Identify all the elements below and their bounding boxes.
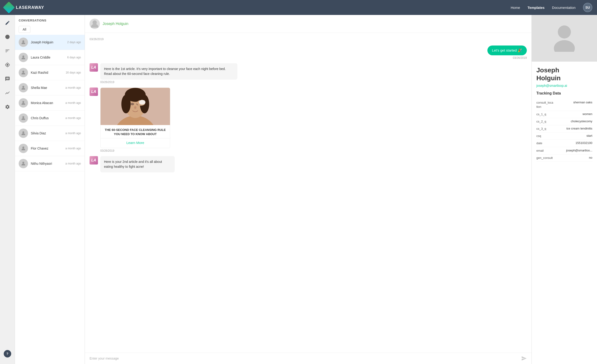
article-card-title: THE 60-SECOND FACE CLEANSING RULE YOU NE…: [101, 125, 170, 138]
tracking-row: csq start: [536, 133, 592, 140]
avatar: [19, 38, 28, 47]
conversations-header: CONVERSATIONS: [15, 15, 85, 24]
conversations-list: Joseph Holguin 2 days ago Laura Criddle …: [15, 35, 85, 364]
logo-icon: [3, 2, 15, 14]
avatar: [19, 113, 28, 123]
outgoing-message: Let's get started 🎉 03/26/2019: [90, 46, 527, 60]
sidebar-settings-icon[interactable]: [3, 103, 12, 111]
nav-home[interactable]: Home: [511, 6, 520, 9]
sidebar-chat-icon[interactable]: [3, 75, 12, 83]
svg-point-4: [22, 101, 24, 103]
svg-point-1: [22, 55, 24, 57]
tracking-row: email joseph@smartloo...: [536, 147, 592, 154]
conversation-item[interactable]: Chris Duffus a month ago: [15, 111, 85, 126]
avatar: [19, 68, 28, 77]
sidebar-list-icon[interactable]: [3, 47, 12, 55]
sidebar-target-icon[interactable]: [3, 33, 12, 41]
svg-point-26: [554, 40, 575, 52]
chat-contact-avatar: [90, 19, 100, 29]
sidebar-compose-icon[interactable]: [3, 19, 12, 27]
user-avatar[interactable]: SU: [583, 3, 592, 12]
avatar: [19, 83, 28, 92]
chat-input[interactable]: [90, 356, 518, 360]
conversations-panel: CONVERSATIONS All Joseph Holguin 2 days …: [15, 15, 85, 364]
conversation-item[interactable]: Nithu Nithyasri a month ago: [15, 156, 85, 171]
avatar: [19, 98, 28, 108]
article-card: THE 60-SECOND FACE CLEANSING RULE YOU NE…: [100, 87, 170, 148]
chat-header: Joseph Holguin: [85, 15, 532, 33]
conversation-time: a month ago: [65, 116, 81, 120]
filter-all-button[interactable]: All: [19, 26, 30, 33]
svg-point-17: [130, 103, 134, 105]
conversation-name: Joseph Holguin: [31, 40, 53, 44]
article-learn-more-link[interactable]: Learn More: [101, 138, 170, 148]
svg-point-15: [121, 95, 131, 113]
article-card-image: [101, 88, 170, 125]
svg-point-25: [558, 25, 571, 39]
conversation-name: Monica Abacan: [31, 101, 53, 105]
chat-input-area: [85, 353, 532, 364]
svg-point-19: [134, 106, 136, 109]
conversation-item[interactable]: Laura Criddle 6 days ago: [15, 50, 85, 65]
svg-point-6: [22, 131, 24, 133]
profile-name: Joseph Holguin: [536, 66, 592, 82]
conversation-name: Shella Mae: [31, 86, 47, 90]
tracking-title: Tracking Data: [536, 91, 592, 95]
conversation-item[interactable]: Joseph Holguin 2 days ago: [15, 35, 85, 50]
date-label: 03/26/2019: [90, 37, 527, 42]
tracking-row: consult_location sherman oaks: [536, 99, 592, 111]
conversation-time: a month ago: [65, 162, 81, 165]
icon-sidebar: ?: [0, 15, 15, 364]
bot-avatar: LA: [90, 63, 98, 72]
svg-point-3: [22, 86, 24, 88]
nav-brand: LASERAWAY: [5, 3, 44, 12]
message-bubble: Here is your 2nd article and it's all ab…: [100, 156, 175, 173]
conversations-filter: All: [15, 24, 85, 35]
sidebar-analytics-icon[interactable]: [3, 89, 12, 97]
message-time: 03/26/2019: [100, 80, 296, 84]
avatar: [19, 129, 28, 138]
profile-info: Joseph Holguin joseph@smartloop.ai: [532, 62, 597, 91]
conversation-item[interactable]: Shella Mae a month ago: [15, 80, 85, 95]
profile-silhouette: [553, 24, 576, 53]
right-panel: Joseph Holguin joseph@smartloop.ai Track…: [532, 15, 597, 364]
sidebar-broadcast-icon[interactable]: [3, 61, 12, 69]
conversation-item[interactable]: Flor Chavez a month ago: [15, 141, 85, 156]
tracking-row: date 1551032100: [536, 140, 592, 147]
svg-point-7: [22, 147, 24, 148]
conversation-item[interactable]: Silvia Diaz a month ago: [15, 126, 85, 141]
app-title: LASERAWAY: [16, 5, 44, 10]
conversation-item[interactable]: Kazi Rashid 16 days ago: [15, 65, 85, 80]
conversation-time: a month ago: [65, 132, 81, 135]
tracking-section: Tracking Data consult_location sherman o…: [532, 91, 597, 166]
nav-documentation[interactable]: Documentation: [552, 6, 575, 9]
chat-messages: 03/26/2019 Let's get started 🎉 03/26/201…: [85, 33, 532, 353]
svg-point-0: [22, 40, 24, 42]
svg-point-5: [22, 116, 24, 118]
chat-contact-name: Joseph Holguin: [103, 22, 128, 26]
conversation-name: Laura Criddle: [31, 55, 50, 59]
message-bubble: Here is the 1st article. It's very impor…: [100, 63, 237, 79]
sidebar-help-icon[interactable]: ?: [4, 350, 11, 357]
tracking-row: cs_3_q ice cream tendinitis: [536, 125, 592, 133]
tracking-row: cs_1_q women: [536, 111, 592, 118]
conversation-item[interactable]: Monica Abacan a month ago: [15, 95, 85, 111]
conversation-time: 6 days ago: [67, 56, 81, 59]
avatar: [19, 53, 28, 62]
top-navigation: LASERAWAY Home Templates Documentation S…: [0, 0, 597, 15]
nav-templates[interactable]: Templates: [527, 6, 544, 9]
avatar: [19, 159, 28, 168]
conversation-time: 2 days ago: [67, 41, 81, 44]
conversation-time: a month ago: [65, 147, 81, 150]
incoming-message: LA Here is the 1st article. It's very im…: [90, 63, 527, 84]
message-time: 03/26/2019: [513, 56, 527, 60]
bot-avatar: LA: [90, 156, 98, 165]
conversation-name: Nithu Nithyasri: [31, 162, 52, 166]
send-button[interactable]: [521, 356, 527, 361]
tracking-row: cs_2_q cholecystecomy: [536, 118, 592, 125]
conversation-name: Chris Duffus: [31, 116, 49, 120]
profile-photo-area: [532, 15, 597, 62]
main-layout: ? CONVERSATIONS All Joseph Holguin 2 day…: [0, 15, 597, 364]
conversation-time: a month ago: [65, 86, 81, 89]
profile-email: joseph@smartloop.ai: [536, 84, 592, 87]
